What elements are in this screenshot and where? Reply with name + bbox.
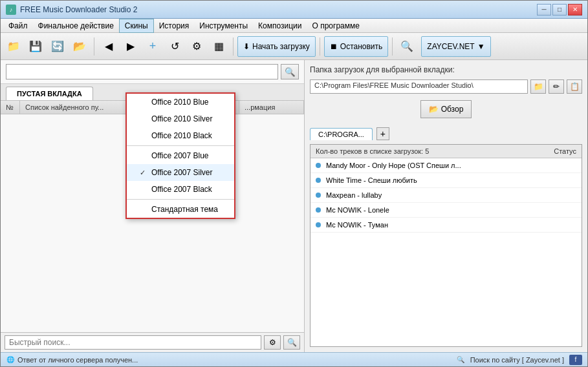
main-content: 🔍 ПУСТАЯ ВКЛАДКА № Список найденного пу.… (1, 60, 587, 352)
toolbar-separator-4 (392, 37, 393, 56)
skin-label: Office 2007 Silver (151, 168, 213, 177)
main-search-input[interactable] (6, 64, 278, 79)
track-list-header: Кол-во треков в списке загрузок: 5 Стату… (310, 145, 582, 158)
start-icon: ⬇ (243, 42, 250, 51)
skin-office-2007-black[interactable]: Office 2007 Black (127, 181, 234, 198)
window-controls: ─ □ ✕ (537, 4, 582, 16)
close-button[interactable]: ✕ (568, 4, 582, 16)
grid-button[interactable]: ▦ (208, 36, 229, 57)
skins-dropdown: Office 2010 Blue Office 2010 Silver Offi… (125, 92, 235, 219)
browse-button[interactable]: 📂 Обзор (420, 100, 472, 118)
main-window: ♪ FREE Music Downloader Studio 2 ─ □ ✕ Ф… (0, 0, 588, 367)
status-right: 🔍 Поиск по сайту [ Zaycev.net ] f (456, 355, 582, 365)
check-icon (140, 205, 147, 213)
folder-icon-btn-2[interactable]: ✏ (549, 79, 564, 94)
check-mark-icon: ✓ (140, 169, 147, 177)
menu-history[interactable]: История (154, 19, 195, 33)
list-item[interactable]: Mc NOWIK - Туман (310, 218, 582, 233)
toolbar: 📁 💾 🔄 📂 ◀ ▶ + ↺ ⚙ ▦ ⬇ Начать загрузку ⏹ … (1, 33, 587, 60)
maximize-button[interactable]: □ (552, 4, 567, 16)
skin-label: Office 2007 Blue (151, 151, 209, 160)
track-list: Кол-во треков в списке загрузок: 5 Стату… (310, 144, 582, 347)
check-icon (140, 152, 147, 160)
track-name: Mc NOWIK - Туман (326, 221, 388, 229)
menu-skins[interactable]: Скины (119, 19, 154, 33)
skin-label: Office 2007 Black (151, 185, 212, 194)
browse-label: Обзор (441, 105, 464, 114)
stop-button[interactable]: ⏹ Остановить (324, 36, 389, 57)
menu-tools[interactable]: Инструменты (194, 19, 253, 33)
playlist-tabs: C:\PROGRA... + (310, 127, 582, 140)
zaycev-dropdown-icon: ▼ (477, 42, 485, 51)
refresh-button[interactable]: 🔄 (47, 36, 68, 57)
zaycev-button[interactable]: ZAYCEV.NET ▼ (421, 36, 490, 57)
open-button[interactable]: 📁 (3, 36, 24, 57)
add-playlist-button[interactable]: + (376, 127, 389, 140)
folder-icon-btn-3[interactable]: 📋 (567, 79, 582, 94)
start-download-label: Начать загрузку (252, 42, 310, 51)
menu-final[interactable]: Финальное действие (33, 19, 119, 33)
title-bar: ♪ FREE Music Downloader Studio 2 ─ □ ✕ (1, 1, 587, 19)
toolbar-separator-1 (94, 37, 94, 56)
facebook-icon[interactable]: f (569, 355, 582, 365)
app-icon: ♪ (6, 5, 16, 15)
folder-icon-btn-1[interactable]: 📁 (530, 79, 546, 94)
track-name: White Time - Спеши любить (326, 176, 417, 184)
skin-office-2007-silver[interactable]: ✓ Office 2007 Silver (127, 164, 234, 181)
skin-label: Office 2010 Silver (151, 114, 213, 123)
menu-file[interactable]: Файл (3, 19, 33, 33)
dropdown-separator-1 (127, 145, 234, 146)
skin-label: Office 2010 Black (151, 131, 212, 140)
nav-back-button[interactable]: ◀ (98, 36, 119, 57)
skin-office-2010-black[interactable]: Office 2010 Black (127, 127, 234, 144)
start-download-button[interactable]: ⬇ Начать загрузку (237, 36, 316, 57)
add-button[interactable]: + (142, 36, 163, 57)
skin-office-2007-blue[interactable]: Office 2007 Blue (127, 147, 234, 164)
tab-empty[interactable]: ПУСТАЯ ВКЛАДКА (6, 87, 93, 100)
nav-forward-button[interactable]: ▶ (120, 36, 141, 57)
skin-label: Office 2010 Blue (151, 98, 209, 107)
track-count-label: Кол-во треков в списке загрузок: 5 (316, 147, 429, 155)
menu-compositions[interactable]: Композиции (253, 19, 307, 33)
track-name: Mc NOWIK - Lonele (326, 206, 389, 214)
quick-search-input[interactable] (5, 335, 261, 350)
track-name: Mandy Moor - Only Hope (OST Спеши л... (326, 162, 461, 169)
status-bar: 🌐 Ответ от личного сервера получен... 🔍 … (1, 352, 587, 366)
status-header-label: Статус (554, 147, 576, 155)
status-left-text: Ответ от личного сервера получен... (17, 356, 138, 364)
bottom-settings-icon[interactable]: ⚙ (264, 335, 281, 350)
track-dot (316, 207, 321, 213)
dropdown-separator-2 (127, 199, 234, 200)
list-item[interactable]: White Time - Спеши любить (310, 173, 582, 188)
search-bar: 🔍 (1, 60, 304, 84)
search-icon: 🔍 (397, 36, 417, 57)
toolbar-separator-2 (233, 37, 234, 56)
status-left: 🌐 Ответ от личного сервера получен... (6, 355, 453, 364)
col-number: № (1, 101, 20, 114)
skin-office-2010-silver[interactable]: Office 2010 Silver (127, 110, 234, 127)
skin-standard[interactable]: Стандартная тема (127, 201, 234, 218)
save-button[interactable]: 💾 (25, 36, 46, 57)
minimize-button[interactable]: ─ (537, 4, 551, 16)
skin-label: Стандартная тема (151, 205, 218, 214)
playlist-tab-main[interactable]: C:\PROGRA... (310, 128, 373, 140)
menu-about[interactable]: О программе (307, 19, 365, 33)
toolbar-separator-3 (320, 37, 320, 56)
track-dot (316, 193, 321, 198)
main-search-button[interactable]: 🔍 (281, 64, 299, 79)
track-dot (316, 222, 321, 227)
search-status-icon: 🔍 (456, 355, 465, 364)
folder-button[interactable]: 📂 (69, 36, 90, 57)
check-icon (140, 132, 147, 140)
list-item[interactable]: Mandy Moor - Only Hope (OST Спеши л... (310, 158, 582, 173)
undo-button[interactable]: ↺ (164, 36, 185, 57)
list-item[interactable]: Mc NOWIK - Lonele (310, 203, 582, 218)
check-icon (140, 115, 147, 123)
track-dot (316, 178, 321, 183)
stop-icon: ⏹ (330, 42, 338, 51)
bottom-search-button[interactable]: 🔍 (283, 335, 300, 350)
skin-office-2010-blue[interactable]: Office 2010 Blue (127, 94, 234, 110)
status-right-text: Поиск по сайту [ Zaycev.net ] (470, 356, 564, 364)
settings-button[interactable]: ⚙ (186, 36, 207, 57)
list-item[interactable]: Maxpean - lullaby (310, 188, 582, 203)
